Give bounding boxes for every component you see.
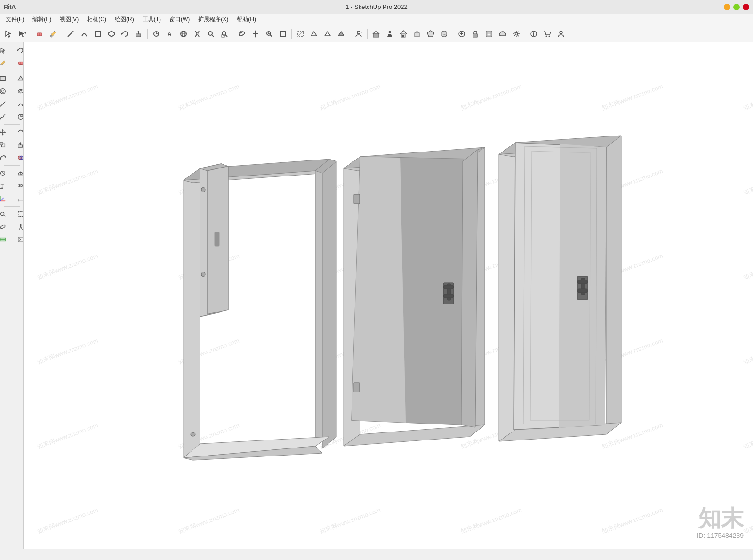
menu-help[interactable]: 帮助(H) [233, 15, 260, 24]
tool-rect[interactable] [91, 27, 104, 40]
tool-select[interactable] [2, 27, 15, 40]
menu-camera[interactable]: 相机(C) [83, 15, 110, 24]
menu-tools[interactable]: 工具(T) [139, 15, 165, 24]
svg-marker-30 [255, 36, 256, 38]
lt-section[interactable] [0, 233, 11, 246]
tool-zoom-in[interactable] [263, 27, 276, 40]
title-bar: RitA 1 - SketchUp Pro 2022 [0, 0, 753, 14]
svg-point-82 [18, 90, 23, 93]
lt-sep-4 [4, 206, 20, 207]
tool-home[interactable] [397, 27, 410, 40]
svg-marker-2 [24, 32, 26, 34]
svg-point-43 [357, 31, 360, 34]
tool-wireframe[interactable] [307, 27, 320, 40]
main-area: T 3D [0, 42, 753, 549]
menu-extensions[interactable]: 扩展程序(X) [194, 15, 232, 24]
lt-orbit[interactable] [0, 221, 11, 233]
menu-file[interactable]: 文件(F) [2, 15, 28, 24]
lt-zoom[interactable] [0, 208, 11, 220]
maximize-button[interactable] [733, 4, 740, 10]
toolbar-separator-4 [233, 29, 233, 39]
lt-tape[interactable] [0, 167, 11, 179]
tool-pan[interactable] [249, 27, 262, 40]
lt-rotate[interactable] [12, 126, 24, 138]
lt-followme[interactable] [0, 152, 11, 164]
menu-window[interactable]: 窗口(W) [166, 15, 193, 24]
lt-section2[interactable] [12, 233, 24, 246]
tool-shaded[interactable] [335, 27, 348, 40]
tool-measure[interactable] [150, 27, 163, 40]
tool-arc[interactable] [78, 27, 91, 40]
tool-cylinder[interactable] [438, 27, 451, 40]
lt-protractor[interactable] [12, 167, 24, 179]
menu-draw[interactable]: 绘图(R) [111, 15, 138, 24]
tool-xray[interactable] [294, 27, 307, 40]
lt-select[interactable] [0, 44, 11, 56]
lt-line[interactable] [0, 98, 11, 110]
lt-pushpull[interactable] [12, 139, 24, 151]
lt-arc[interactable] [12, 98, 24, 110]
lt-move[interactable] [0, 126, 11, 138]
tool-rotate-shape[interactable] [119, 27, 132, 40]
tool-add-circle[interactable] [455, 27, 468, 40]
tool-cloud[interactable] [496, 27, 509, 40]
lt-zoomwindow[interactable] [12, 208, 24, 220]
menu-edit[interactable]: 编辑(E) [29, 15, 55, 24]
tool-cross[interactable] [191, 27, 204, 40]
tool-push-pull[interactable] [132, 27, 145, 40]
lt-intersect[interactable] [12, 152, 24, 164]
tool-orbit[interactable] [235, 27, 248, 40]
lt-dimension[interactable] [12, 192, 24, 205]
menu-view[interactable]: 视图(V) [56, 15, 82, 24]
minimize-button[interactable] [724, 4, 730, 10]
tool-hidden-line[interactable] [321, 27, 334, 40]
tool-shape[interactable] [105, 27, 118, 40]
lt-shape3d[interactable] [12, 72, 24, 85]
tool-lock[interactable] [469, 27, 482, 40]
tool-zoom-window[interactable] [218, 27, 231, 40]
tool-warehouse[interactable] [369, 27, 383, 40]
svg-marker-0 [6, 31, 11, 37]
lt-rotate-select[interactable] [12, 44, 24, 56]
tool-3d-text[interactable] [177, 27, 190, 40]
svg-rect-49 [415, 33, 419, 37]
tool-profile[interactable] [352, 27, 365, 40]
svg-marker-137 [322, 161, 336, 448]
lt-freehand[interactable] [0, 111, 11, 123]
svg-text:A: A [168, 31, 172, 38]
tool-paint[interactable] [47, 27, 60, 40]
tool-group-line [0, 98, 24, 110]
svg-point-72 [549, 35, 550, 37]
tool-pentagon[interactable] [424, 27, 437, 40]
close-button[interactable] [743, 4, 749, 10]
svg-line-36 [280, 31, 280, 32]
tool-eraser[interactable] [33, 27, 46, 40]
tool-person[interactable] [383, 27, 396, 40]
tool-A[interactable]: A [163, 27, 176, 40]
toolbar-separator-5 [291, 29, 292, 39]
lt-circle[interactable] [0, 85, 11, 97]
lt-paint[interactable] [0, 57, 11, 69]
tool-info[interactable] [527, 27, 540, 40]
svg-text:3D: 3D [18, 184, 23, 188]
lt-rect[interactable] [0, 72, 11, 85]
tool-cart[interactable] [541, 27, 554, 40]
viewport[interactable]: 知末网www.znzmo.com [24, 42, 753, 549]
svg-line-24 [225, 35, 227, 37]
tool-zoom-extents[interactable] [276, 27, 289, 40]
tool-settings[interactable] [510, 27, 523, 40]
lt-walk[interactable] [12, 221, 24, 233]
lt-eraser[interactable] [12, 57, 24, 69]
lt-axis[interactable] [0, 192, 11, 205]
tool-line[interactable] [64, 27, 77, 40]
lt-scale[interactable] [0, 139, 11, 151]
tool-zoom[interactable] [204, 27, 217, 40]
lt-ellipse[interactable] [12, 85, 24, 97]
tool-box[interactable] [410, 27, 424, 40]
tool-select-arrow[interactable] [16, 27, 29, 40]
lt-3dtext[interactable]: 3D [12, 180, 24, 192]
tool-texture[interactable] [482, 27, 496, 40]
tool-account[interactable] [554, 27, 568, 40]
lt-pie[interactable] [12, 111, 24, 123]
lt-text[interactable]: T [0, 180, 11, 192]
